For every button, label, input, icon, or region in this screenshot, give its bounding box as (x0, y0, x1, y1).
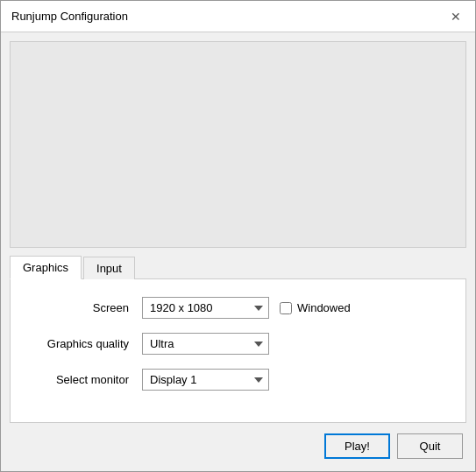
title-bar: Runjump Configuration ✕ (1, 1, 475, 32)
screen-select[interactable]: 1920 x 1080 1280 x 720 2560 x 1440 3840 … (142, 297, 269, 319)
tab-input[interactable]: Input (83, 257, 135, 279)
screen-controls: 1920 x 1080 1280 x 720 2560 x 1440 3840 … (142, 297, 351, 319)
windowed-wrapper[interactable]: Windowed (280, 301, 351, 314)
quality-label: Graphics quality (37, 337, 142, 350)
quality-row: Graphics quality Ultra High Medium Low (37, 333, 439, 355)
tab-graphics[interactable]: Graphics (10, 256, 82, 279)
window: Runjump Configuration ✕ Graphics Input S… (0, 0, 476, 472)
screen-label: Screen (37, 301, 142, 314)
monitor-select[interactable]: Display 1 Display 2 (142, 369, 269, 391)
windowed-checkbox[interactable] (280, 302, 292, 314)
monitor-controls: Display 1 Display 2 (142, 369, 269, 391)
windowed-label: Windowed (297, 301, 351, 314)
preview-area (10, 41, 466, 248)
window-title: Runjump Configuration (11, 10, 128, 23)
content-panel: Screen 1920 x 1080 1280 x 720 2560 x 144… (10, 279, 466, 423)
footer: Play! Quit (1, 423, 475, 471)
play-button[interactable]: Play! (324, 433, 390, 459)
monitor-label: Select monitor (37, 373, 142, 386)
close-button[interactable]: ✕ (447, 8, 465, 25)
screen-row: Screen 1920 x 1080 1280 x 720 2560 x 144… (37, 297, 439, 319)
quality-select[interactable]: Ultra High Medium Low (142, 333, 269, 355)
quit-button[interactable]: Quit (397, 433, 463, 459)
tabs-container: Graphics Input (10, 248, 466, 279)
quality-controls: Ultra High Medium Low (142, 333, 269, 355)
monitor-row: Select monitor Display 1 Display 2 (37, 369, 439, 391)
